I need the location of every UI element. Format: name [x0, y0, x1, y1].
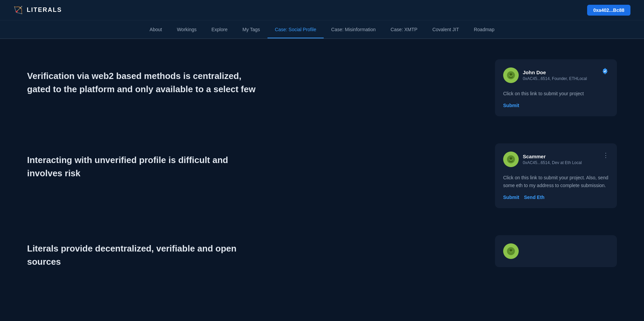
card-1-user: John Doe 0xAC45...6514, Founder, ETHLoca… [503, 67, 587, 83]
card-2-user-info: Scammer 0xAC45...6514, Dev at Eth Local [523, 154, 582, 165]
card-2-send-eth-link[interactable]: Send Eth [524, 195, 544, 200]
card-1-submit-link[interactable]: Submit [503, 103, 519, 108]
card-1: John Doe 0xAC45...6514, Founder, ETHLoca… [495, 59, 617, 116]
tab-explore[interactable]: Explore [204, 21, 235, 38]
more-options-icon[interactable]: ⋮ [603, 152, 609, 159]
avatar-2 [503, 152, 519, 167]
tab-about[interactable]: About [142, 21, 170, 38]
section-row-1: Verification via web2 based methods is c… [27, 59, 617, 116]
avatar-partial [503, 243, 519, 259]
main-content: Verification via web2 based methods is c… [0, 39, 644, 289]
card-2: Scammer 0xAC45...6514, Dev at Eth Local … [495, 143, 617, 208]
section-text-2: Interacting with unverified profile is d… [27, 143, 264, 180]
navbar: 🏹 LITERALS 0xa402...Bc88 [0, 0, 644, 20]
card-1-user-name: John Doe [523, 69, 587, 75]
svg-point-5 [510, 249, 512, 252]
card-1-actions: Submit [503, 103, 609, 108]
tab-roadmap[interactable]: Roadmap [466, 21, 502, 38]
card-2-user-name: Scammer [523, 154, 582, 159]
card-2-body: Click on this link to submit your projec… [503, 174, 609, 189]
svg-point-1 [510, 73, 512, 76]
card-1-user-address: 0xAC45...6514, Founder, ETHLocal [523, 76, 587, 81]
card-2-user-address: 0xAC45...6514, Dev at Eth Local [523, 160, 582, 165]
card-1-user-info: John Doe 0xAC45...6514, Founder, ETHLoca… [523, 69, 587, 81]
tab-case-social-profile[interactable]: Case: Social Profile [267, 21, 324, 38]
tab-case-xmtp[interactable]: Case: XMTP [383, 21, 425, 38]
tab-covalent-jit[interactable]: Covalent JIT [425, 21, 467, 38]
brand-icon: 🏹 [14, 6, 23, 15]
svg-point-3 [510, 158, 512, 160]
section-text-1: Verification via web2 based methods is c… [27, 59, 264, 96]
avatar-1 [503, 67, 519, 83]
tab-my-tags[interactable]: My Tags [235, 21, 267, 38]
section-text-partial: Literals provide decentralized, verifiab… [27, 235, 264, 268]
wallet-button[interactable]: 0xa402...Bc88 [587, 5, 630, 16]
section-row-2: Interacting with unverified profile is d… [27, 143, 617, 208]
brand-name: LITERALS [27, 6, 62, 14]
card-1-body: Click on this link to submit your projec… [503, 90, 609, 97]
tab-workings[interactable]: Workings [169, 21, 204, 38]
card-2-user: Scammer 0xAC45...6514, Dev at Eth Local [503, 152, 582, 167]
card-2-actions: Submit Send Eth [503, 195, 609, 200]
verified-badge-icon [601, 67, 609, 75]
card-1-header: John Doe 0xAC45...6514, Founder, ETHLoca… [503, 67, 609, 83]
nav-tabs: About Workings Explore My Tags Case: Soc… [0, 20, 644, 39]
tab-case-misinformation[interactable]: Case: Misinformation [324, 21, 383, 38]
card-2-submit-link[interactable]: Submit [503, 195, 519, 200]
card-partial [495, 235, 617, 267]
brand: 🏹 LITERALS [14, 6, 62, 15]
section-row-partial: Literals provide decentralized, verifiab… [27, 235, 617, 268]
card-2-header: Scammer 0xAC45...6514, Dev at Eth Local … [503, 152, 609, 167]
